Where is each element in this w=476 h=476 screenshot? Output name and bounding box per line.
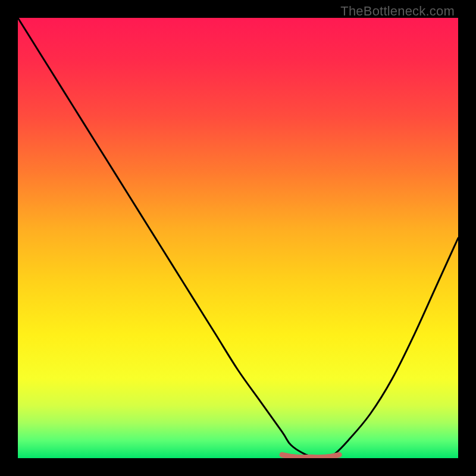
watermark-label: TheBottleneck.com <box>340 4 455 19</box>
bottleneck-curve <box>18 18 458 458</box>
plot-area <box>18 18 458 458</box>
chart-frame: TheBottleneck.com <box>0 0 476 476</box>
curve-layer <box>18 18 458 458</box>
trough-highlight <box>282 455 339 458</box>
